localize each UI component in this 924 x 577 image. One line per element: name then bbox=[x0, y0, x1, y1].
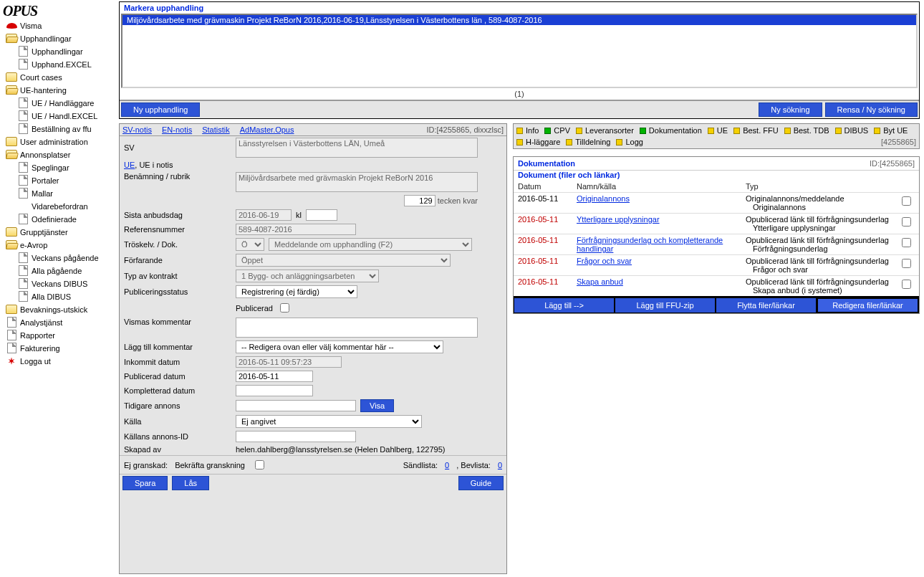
nav-item[interactable]: Odefinierade bbox=[3, 213, 117, 226]
chip-best-ffu[interactable]: Best. FFU bbox=[733, 126, 779, 135]
charcount-input[interactable] bbox=[404, 195, 435, 206]
nav-item[interactable]: e-Avrop bbox=[3, 239, 117, 252]
source-id-input[interactable] bbox=[236, 431, 356, 442]
chip-h-l-ggare[interactable]: H-läggare bbox=[516, 138, 560, 146]
kl-input[interactable] bbox=[306, 209, 337, 221]
doc-link[interactable]: Skapa anbud bbox=[577, 277, 623, 286]
published-checkbox[interactable] bbox=[280, 303, 289, 313]
sendlist-link[interactable]: 0 bbox=[445, 461, 449, 469]
page-icon bbox=[17, 47, 29, 56]
bevlist-link[interactable]: 0 bbox=[498, 461, 502, 469]
clear-search-button[interactable]: Rensa / Ny sökning bbox=[825, 102, 918, 117]
doc-link[interactable]: Förfrågningsunderlag och kompletterande … bbox=[577, 236, 723, 253]
chip-ue[interactable]: UE bbox=[708, 126, 728, 135]
nav-item[interactable]: Portaler bbox=[3, 174, 117, 187]
nav-item[interactable]: Visma bbox=[3, 19, 117, 32]
threshold-msg-select[interactable]: Meddelande om upphandling (F2) bbox=[269, 238, 472, 251]
move-files-button[interactable]: Flytta filer/länkar bbox=[716, 297, 817, 313]
chip-logg[interactable]: Logg bbox=[616, 138, 643, 146]
nav-item[interactable]: Mallar bbox=[3, 187, 117, 200]
comment-text[interactable] bbox=[236, 318, 478, 338]
nav-item[interactable]: Upphand.EXCEL bbox=[3, 58, 117, 71]
pubstatus-select[interactable]: Registrering (ej färdig) bbox=[236, 285, 357, 298]
selection-item[interactable]: Miljövårdsarbete med grävmaskin Projekt … bbox=[122, 15, 916, 25]
edit-files-button[interactable]: Redigera filer/länkar bbox=[817, 297, 919, 313]
chip-dibus[interactable]: DIBUS bbox=[835, 126, 869, 135]
nav-item[interactable]: Upphandlingar bbox=[3, 32, 117, 45]
chip-leveransorter[interactable]: Leveransorter bbox=[576, 126, 634, 135]
contract-type-select[interactable]: 1 Bygg- och anläggningsarbeten bbox=[236, 270, 379, 282]
main: Markera upphandling Miljövårdsarbete med… bbox=[119, 0, 924, 577]
nav-item[interactable]: Annonsplatser bbox=[3, 148, 117, 161]
nav-item-label: Beställning av ffu bbox=[32, 124, 117, 134]
nav-item[interactable]: Alla pågående bbox=[3, 264, 117, 277]
nav-item-label: Vidarebefordran bbox=[32, 201, 117, 211]
doc-date: 2016-05-11 bbox=[514, 193, 572, 214]
guide-button[interactable]: Guide bbox=[458, 476, 504, 490]
chip-info[interactable]: Info bbox=[516, 126, 539, 135]
doc-subtitle: Dokument (filer och länkar) bbox=[514, 171, 919, 181]
ue-link[interactable]: UE bbox=[124, 161, 135, 169]
selection-list[interactable]: Miljövårdsarbete med grävmaskin Projekt … bbox=[121, 14, 918, 88]
tab-sv-notis[interactable]: SV-notis bbox=[122, 125, 152, 134]
chip-best-tdb[interactable]: Best. TDB bbox=[784, 126, 829, 135]
doc-link[interactable]: Ytterligare upplysningar bbox=[577, 215, 660, 224]
nav-item[interactable]: Bevaknings-utskick bbox=[3, 303, 117, 316]
nav-item[interactable]: Vidarebefordran bbox=[3, 200, 117, 213]
threshold-select[interactable]: Ö bbox=[236, 238, 264, 251]
nav-item[interactable]: Veckans pågående bbox=[3, 252, 117, 264]
doc-date: 2016-05-11 bbox=[514, 276, 572, 297]
nav-item-label: e-Avrop bbox=[20, 240, 117, 250]
procedure-select[interactable]: Öppet bbox=[236, 254, 451, 267]
tab-statistik[interactable]: Statistik bbox=[202, 125, 230, 134]
doc-link[interactable]: Frågor och svar bbox=[577, 257, 632, 265]
nav-item[interactable]: User administration bbox=[3, 135, 117, 148]
table-row: 2016-05-11Skapa anbudOpublicerad länk ti… bbox=[514, 276, 919, 297]
nav-item[interactable]: Rapporter bbox=[3, 329, 117, 342]
confirm-review-checkbox[interactable] bbox=[255, 460, 264, 469]
page-icon bbox=[17, 279, 29, 288]
published-date-input[interactable] bbox=[236, 371, 313, 382]
tab-admaster[interactable]: AdMaster.Opus bbox=[240, 125, 294, 134]
new-procurement-button[interactable]: Ny upphandling bbox=[121, 102, 200, 117]
nav-item-label: UE / Handl.EXCEL bbox=[32, 111, 117, 121]
nav-item[interactable]: Analystjänst bbox=[3, 316, 117, 329]
chip-tilldelning[interactable]: Tilldelning bbox=[566, 138, 610, 146]
chip-byt-ue[interactable]: Byt UE bbox=[874, 126, 908, 135]
nav-item[interactable]: Upphandlingar bbox=[3, 45, 117, 58]
chip-bar: InfoCPVLeveransorterDokumentationUEBest.… bbox=[513, 123, 920, 149]
show-button[interactable]: Visa bbox=[360, 399, 394, 412]
nav-item[interactable]: Court cases bbox=[3, 71, 117, 84]
lock-button[interactable]: Lås bbox=[172, 476, 209, 490]
doc-row-checkbox[interactable] bbox=[902, 196, 911, 206]
add-comment-select[interactable]: -- Redigera ovan eller välj kommentar hä… bbox=[236, 340, 443, 353]
doc-row-checkbox[interactable] bbox=[902, 217, 911, 226]
nav-item[interactable]: UE / Handl.EXCEL bbox=[3, 110, 117, 123]
add-ffu-zip-button[interactable]: Lägg till FFU-zip bbox=[615, 297, 716, 313]
chip-cpv[interactable]: CPV bbox=[544, 126, 570, 135]
doc-row-checkbox[interactable] bbox=[902, 259, 911, 268]
add-doc-button[interactable]: Lägg till --> bbox=[514, 297, 615, 313]
source-select[interactable]: Ej angivet bbox=[236, 415, 422, 428]
completed-date-input[interactable] bbox=[236, 385, 313, 396]
page-icon bbox=[6, 318, 17, 327]
doc-row-checkbox[interactable] bbox=[902, 238, 911, 247]
nav-item[interactable]: Beställning av ffu bbox=[3, 123, 117, 135]
nav-item[interactable]: UE / Handläggare bbox=[3, 97, 117, 110]
nav-item[interactable]: Alla DIBUS bbox=[3, 290, 117, 303]
nav-item[interactable]: Speglingar bbox=[3, 161, 117, 174]
chip-dokumentation[interactable]: Dokumentation bbox=[640, 126, 702, 135]
save-button[interactable]: Spara bbox=[122, 476, 168, 490]
nav-item[interactable]: Fakturering bbox=[3, 342, 117, 355]
nav-item[interactable]: UE-hantering bbox=[3, 84, 117, 97]
doc-link[interactable]: Originalannons bbox=[577, 194, 630, 203]
nav-item[interactable]: ✶Logga ut bbox=[3, 355, 117, 368]
tab-en-notis[interactable]: EN-notis bbox=[162, 125, 192, 134]
nav-item[interactable]: Grupptjänster bbox=[3, 226, 117, 239]
selection-count: (1) bbox=[120, 88, 919, 100]
doc-row-checkbox[interactable] bbox=[902, 280, 911, 289]
nav-item[interactable]: Veckans DIBUS bbox=[3, 277, 117, 290]
new-search-button[interactable]: Ny sökning bbox=[759, 102, 822, 117]
prev-ad-input[interactable] bbox=[236, 400, 356, 411]
ref-input bbox=[236, 224, 356, 235]
